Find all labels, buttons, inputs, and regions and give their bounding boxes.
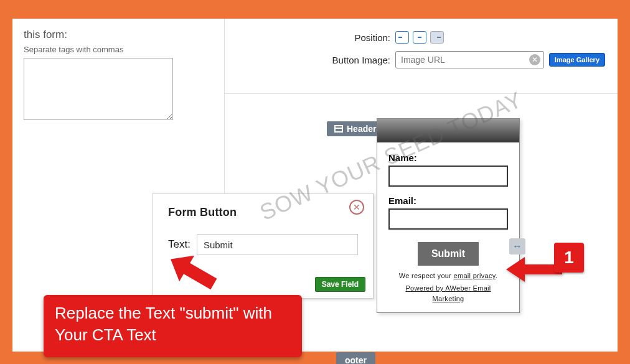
- horizontal-divider: [224, 93, 618, 94]
- clear-url-icon[interactable]: ✕: [529, 54, 540, 65]
- tags-input[interactable]: [24, 58, 173, 120]
- align-left-button[interactable]: [395, 31, 409, 44]
- button-image-label: Button Image:: [330, 55, 395, 65]
- form-header: [377, 119, 519, 142]
- image-gallery-button[interactable]: Image Gallery: [549, 53, 605, 67]
- save-field-button[interactable]: Save Field: [315, 277, 365, 292]
- align-right-button[interactable]: [430, 31, 444, 44]
- svg-rect-0: [398, 37, 402, 38]
- align-center-button[interactable]: [413, 31, 426, 44]
- email-input[interactable]: [388, 208, 508, 230]
- tag-panel-heading: this form:: [24, 29, 200, 41]
- footer-section-tab[interactable]: ooter: [336, 352, 375, 364]
- header-section-tab[interactable]: Header: [327, 121, 383, 136]
- email-label: Email:: [388, 195, 508, 206]
- popover-title: Form Button: [168, 206, 358, 219]
- form-button-popover: ✕ Form Button Text: Save Field: [153, 193, 374, 299]
- header-icon: [334, 125, 343, 133]
- step-badge-1: 1: [554, 243, 584, 273]
- position-label: Position:: [330, 32, 395, 43]
- svg-rect-2: [437, 37, 441, 38]
- annotation-callout: Replace the Text "submit" with Your CTA …: [44, 295, 302, 357]
- button-properties: Position: Button Image: ✕ Image Gallery: [237, 19, 618, 76]
- name-input[interactable]: [388, 166, 508, 187]
- header-tab-label: Header: [347, 124, 376, 134]
- resize-handle-icon[interactable]: ↔: [509, 238, 525, 254]
- submit-button[interactable]: Submit: [418, 242, 479, 266]
- powered-by-link[interactable]: Powered by AWeber EmailMarketing: [388, 283, 508, 304]
- svg-rect-1: [418, 37, 421, 38]
- editor-canvas: this form: Separate tags with commas Pos…: [12, 19, 618, 352]
- button-text-input[interactable]: [197, 234, 358, 255]
- signup-form: ↔ Name: Email: Submit We respect your em…: [377, 118, 520, 313]
- close-icon[interactable]: ✕: [349, 200, 364, 215]
- tag-panel-hint: Separate tags with commas: [24, 45, 200, 54]
- position-group: [395, 31, 444, 44]
- image-url-input[interactable]: [395, 51, 544, 68]
- tag-panel: this form: Separate tags with commas: [12, 19, 212, 123]
- privacy-text: We respect your email privacy.: [388, 272, 508, 279]
- privacy-link[interactable]: email privacy: [454, 272, 496, 279]
- name-label: Name:: [388, 152, 508, 163]
